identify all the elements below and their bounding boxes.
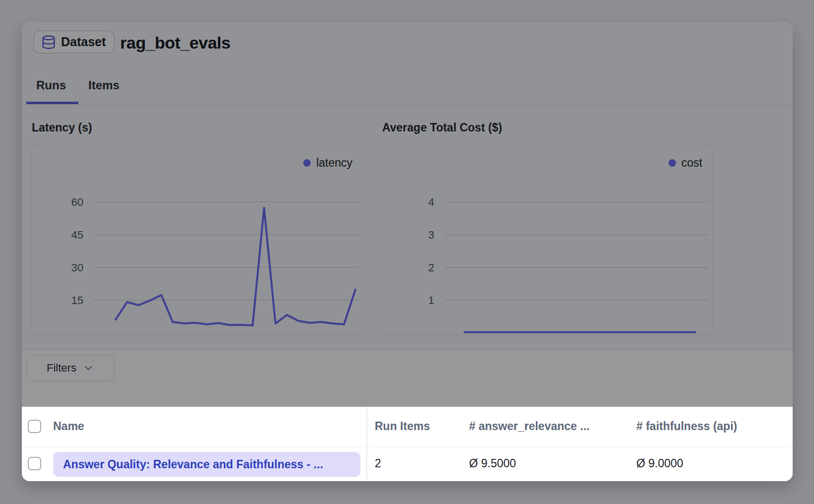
badge-label: Dataset: [61, 35, 106, 49]
faithfulness-value: Ø 9.0000: [636, 457, 683, 470]
filters-button[interactable]: Filters: [26, 355, 115, 381]
svg-text:15: 15: [71, 294, 83, 307]
latency-legend-dot-icon: [303, 159, 311, 167]
answer-relevance-value: Ø 9.5000: [469, 457, 516, 470]
cost-legend-label: cost: [681, 156, 702, 170]
latency-legend: latency: [303, 156, 352, 170]
svg-text:30: 30: [71, 261, 83, 274]
cost-legend: cost: [669, 156, 702, 170]
filters-strip: Filters: [22, 350, 793, 407]
column-header-faithfulness[interactable]: # faithfulness (api): [636, 420, 737, 433]
latency-legend-label: latency: [316, 156, 352, 170]
row-checkbox[interactable]: [28, 457, 41, 470]
cost-chart-title: Average Total Cost ($): [382, 121, 502, 134]
select-all-checkbox[interactable]: [28, 420, 41, 433]
app-screenshot: Dataset rag_bot_evals Runs Items Latency…: [0, 0, 814, 504]
dataset-badge: Dataset: [33, 30, 115, 54]
svg-text:1: 1: [428, 294, 434, 307]
chevron-down-icon: [82, 362, 94, 374]
table-header-row: Name Run Items # answer_relevance ... # …: [22, 407, 793, 447]
tab-items[interactable]: Items: [88, 78, 120, 92]
column-header-run-items[interactable]: Run Items: [375, 420, 430, 433]
run-name-link[interactable]: Answer Quality: Relevance and Faithfulne…: [53, 452, 360, 477]
column-header-answer-relevance[interactable]: # answer_relevance ...: [469, 420, 590, 433]
svg-text:45: 45: [71, 229, 83, 241]
tab-runs[interactable]: Runs: [36, 78, 66, 92]
svg-text:3: 3: [428, 229, 434, 241]
latency-line-chart: 60453015: [32, 144, 362, 334]
cost-chart-panel: 4321 cost: [381, 144, 713, 335]
run-items-value: 2: [375, 457, 381, 470]
svg-text:2: 2: [428, 261, 434, 274]
column-header-name[interactable]: Name: [53, 420, 84, 433]
runs-table: Name Run Items # answer_relevance ... # …: [22, 407, 793, 481]
active-tab-underline: [26, 102, 78, 104]
run-name-label: Answer Quality: Relevance and Faithfulne…: [63, 458, 323, 471]
latency-chart-panel: 60453015 latency: [31, 144, 363, 335]
table-row[interactable]: Answer Quality: Relevance and Faithfulne…: [22, 447, 793, 481]
tabs-bar: Runs Items: [22, 71, 793, 105]
latency-chart-title: Latency (s): [32, 121, 92, 134]
page-title: rag_bot_evals: [120, 33, 230, 53]
database-icon: [41, 34, 56, 50]
svg-text:60: 60: [71, 196, 83, 208]
svg-text:4: 4: [428, 196, 434, 208]
filters-button-label: Filters: [47, 362, 76, 375]
charts-section: Latency (s) Average Total Cost ($) 60453…: [22, 105, 793, 350]
cost-line-chart: 4321: [382, 144, 712, 334]
cost-legend-dot-icon: [669, 159, 676, 167]
